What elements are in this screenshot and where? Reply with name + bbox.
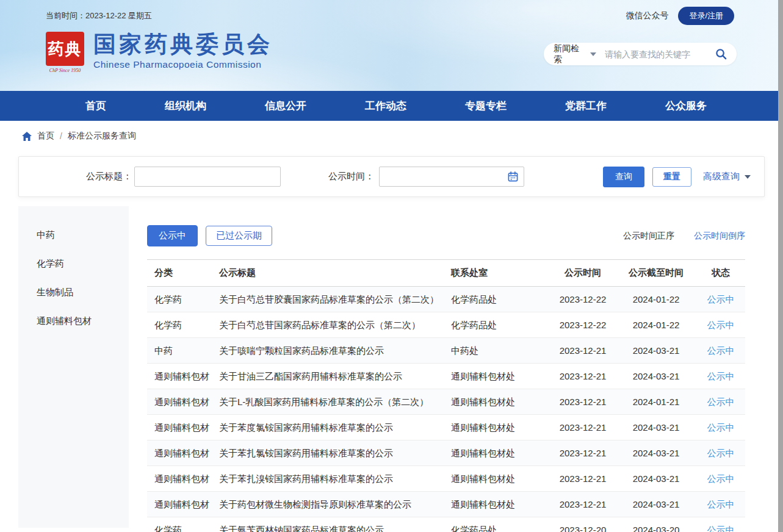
chevron-down-icon	[590, 52, 596, 56]
nav-item-2[interactable]: 信息公开	[265, 99, 306, 113]
status-badge[interactable]: 公示中	[707, 371, 735, 381]
reset-button[interactable]: 重置	[652, 167, 691, 187]
notice-date-input[interactable]	[379, 167, 524, 187]
cell-office: 通则辅料包材处	[451, 492, 550, 517]
login-register-button[interactable]: 登录/注册	[678, 7, 734, 25]
scrollbar[interactable]	[778, 0, 783, 532]
nav-item-0[interactable]: 首页	[85, 99, 106, 113]
cell-start-time: 2023-12-21	[550, 492, 616, 517]
cell-office: 通则辅料包材处	[451, 415, 550, 440]
scrollbar-thumb[interactable]	[778, 0, 783, 532]
cell-office: 通则辅料包材处	[451, 364, 550, 389]
sort-asc-link[interactable]: 公示时间正序	[623, 231, 674, 242]
cell-title[interactable]: 关于白芍总苷国家药品标准草案的公示（第二次）	[219, 312, 451, 338]
cell-end-time: 2024-03-21	[616, 415, 696, 440]
status-badge[interactable]: 公示中	[707, 397, 735, 407]
query-button[interactable]: 查询	[603, 167, 644, 187]
status-badge[interactable]: 公示中	[707, 448, 735, 458]
cell-end-time: 2024-03-20	[616, 517, 696, 532]
advanced-query-label: 高级查询	[703, 171, 740, 182]
cell-title[interactable]: 关于甘油三乙酯国家药用辅料标准草案的公示	[219, 364, 451, 389]
status-badge[interactable]: 公示中	[707, 345, 735, 356]
table-row[interactable]: 通则辅料包材 关于苯扎溴铵国家药用辅料标准草案的公示 通则辅料包材处 2023-…	[147, 466, 745, 492]
seal-caption: ChP Since 1950	[46, 68, 84, 73]
sidebar-item-2[interactable]: 生物制品	[18, 278, 129, 307]
tabs-row: 公示中 已过公示期 公示时间正序 公示时间倒序	[147, 225, 745, 246]
status-badge[interactable]: 公示中	[707, 422, 735, 433]
cell-start-time: 2023-12-22	[550, 287, 616, 312]
cell-category: 通则辅料包材	[147, 415, 219, 440]
notice-title-label: 公示标题：	[86, 171, 132, 182]
cell-start-time: 2023-12-21	[550, 389, 616, 415]
sidebar-item-3[interactable]: 通则辅料包材	[18, 307, 129, 336]
sidebar-item-1[interactable]: 化学药	[18, 250, 129, 278]
cell-status: 公示中	[696, 312, 745, 338]
seal-logo-icon: 药典	[46, 32, 84, 66]
top-utility-bar: 当前时间：2023-12-22 星期五 微信公众号 登录/注册	[46, 7, 734, 25]
nav-item-6[interactable]: 公众服务	[665, 99, 707, 113]
cell-status: 公示中	[696, 338, 745, 364]
col-end-time: 公示截至时间	[616, 260, 696, 287]
wechat-link[interactable]: 微信公众号	[626, 10, 668, 21]
content-area: 中药 化学药 生物制品 通则辅料包材 公示中 已过公示期 公示时间正序 公示时间…	[18, 206, 760, 528]
table-row[interactable]: 化学药 关于氨苄西林钠国家药品标准草案的公示 化学药品处 2023-12-20 …	[147, 517, 745, 532]
site-search-input[interactable]	[605, 49, 715, 59]
search-icon	[715, 48, 727, 60]
breadcrumb: 首页 / 标准公示服务查询	[0, 121, 783, 151]
tab-expired-notice[interactable]: 已过公示期	[206, 226, 272, 246]
cell-title[interactable]: 关于咳喘宁颗粒国家药品标准草案的公示	[219, 338, 451, 364]
cell-title[interactable]: 关于苯度氯铵国家药用辅料标准草案的公示	[219, 415, 451, 440]
cell-title[interactable]: 关于氨苄西林钠国家药品标准草案的公示	[219, 517, 451, 532]
cell-status: 公示中	[696, 389, 745, 415]
nav-item-1[interactable]: 组织机构	[165, 99, 206, 113]
cell-title[interactable]: 关于苯扎溴铵国家药用辅料标准草案的公示	[219, 466, 451, 492]
cell-category: 通则辅料包材	[147, 389, 219, 415]
status-badge[interactable]: 公示中	[707, 473, 735, 484]
breadcrumb-home[interactable]: 首页	[37, 131, 54, 142]
notice-title-input[interactable]	[134, 167, 281, 187]
table-row[interactable]: 通则辅料包材 关于L-乳酸国家药用辅料标准草案的公示（第二次） 通则辅料包材处 …	[147, 389, 745, 415]
table-row[interactable]: 通则辅料包材 关于甘油三乙酯国家药用辅料标准草案的公示 通则辅料包材处 2023…	[147, 364, 745, 389]
search-category-label: 新闻检索	[554, 43, 585, 65]
nav-item-3[interactable]: 工作动态	[365, 99, 406, 113]
table-row[interactable]: 中药 关于咳喘宁颗粒国家药品标准草案的公示 中药处 2023-12-21 202…	[147, 338, 745, 364]
sidebar-item-0[interactable]: 中药	[18, 221, 129, 250]
home-icon[interactable]	[22, 132, 32, 141]
cell-title[interactable]: 关于L-乳酸国家药用辅料标准草案的公示（第二次）	[219, 389, 451, 415]
cell-end-time: 2024-01-21	[616, 389, 696, 415]
nav-item-4[interactable]: 专题专栏	[465, 99, 507, 113]
status-badge[interactable]: 公示中	[707, 499, 735, 509]
cell-title[interactable]: 关于药包材微生物检测指导原则标准草案的公示	[219, 492, 451, 517]
cell-end-time: 2024-01-22	[616, 287, 696, 312]
status-badge[interactable]: 公示中	[707, 525, 735, 532]
cell-category: 化学药	[147, 312, 219, 338]
cell-category: 通则辅料包材	[147, 364, 219, 389]
cell-title[interactable]: 关于白芍总苷胶囊国家药品标准草案的公示（第二次）	[219, 287, 451, 312]
breadcrumb-current: 标准公示服务查询	[68, 131, 136, 142]
col-title: 公示标题	[219, 260, 451, 287]
search-category-dropdown[interactable]: 新闻检索	[554, 43, 596, 65]
cell-office: 化学药品处	[451, 517, 550, 532]
col-status: 状态	[696, 260, 745, 287]
cell-title[interactable]: 关于苯扎氯铵国家药用辅料标准草案的公示	[219, 440, 451, 466]
table-row[interactable]: 通则辅料包材 关于药包材微生物检测指导原则标准草案的公示 通则辅料包材处 202…	[147, 492, 745, 517]
calendar-icon[interactable]	[508, 171, 518, 182]
site-header: 当前时间：2023-12-22 星期五 微信公众号 登录/注册 药典 ChP S…	[0, 0, 783, 91]
sort-desc-link[interactable]: 公示时间倒序	[694, 231, 745, 242]
nav-item-5[interactable]: 党群工作	[565, 99, 607, 113]
cell-status: 公示中	[696, 287, 745, 312]
cell-status: 公示中	[696, 466, 745, 492]
table-row[interactable]: 化学药 关于白芍总苷胶囊国家药品标准草案的公示（第二次） 化学药品处 2023-…	[147, 287, 745, 312]
cell-start-time: 2023-12-21	[550, 440, 616, 466]
table-row[interactable]: 化学药 关于白芍总苷国家药品标准草案的公示（第二次） 化学药品处 2023-12…	[147, 312, 745, 338]
main-nav: 首页 组织机构 信息公开 工作动态 专题专栏 党群工作 公众服务	[0, 91, 783, 121]
advanced-query-toggle[interactable]: 高级查询	[703, 171, 751, 182]
tab-in-notice[interactable]: 公示中	[147, 225, 198, 246]
table-row[interactable]: 通则辅料包材 关于苯度氯铵国家药用辅料标准草案的公示 通则辅料包材处 2023-…	[147, 415, 745, 440]
status-badge[interactable]: 公示中	[707, 320, 735, 330]
status-badge[interactable]: 公示中	[707, 294, 735, 304]
search-submit-button[interactable]	[715, 48, 727, 60]
cell-status: 公示中	[696, 517, 745, 532]
cell-office: 化学药品处	[451, 312, 550, 338]
table-row[interactable]: 通则辅料包材 关于苯扎氯铵国家药用辅料标准草案的公示 通则辅料包材处 2023-…	[147, 440, 745, 466]
